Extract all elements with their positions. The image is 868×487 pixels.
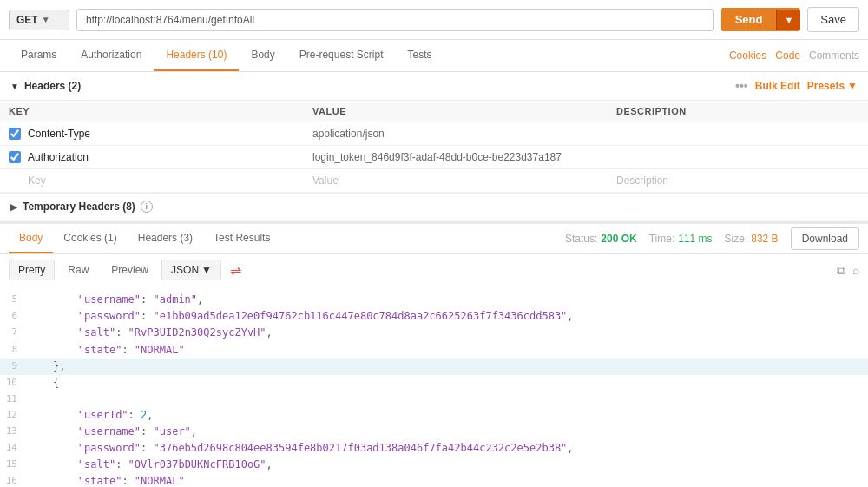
- temp-headers-title: Temporary Headers (8): [23, 201, 135, 213]
- row2-key: Authorization: [28, 151, 89, 163]
- method-label: GET: [16, 14, 38, 26]
- json-dropdown-chevron-icon: ▼: [201, 264, 212, 276]
- request-tabs: Params Authorization Headers (10) Body P…: [0, 40, 868, 72]
- row2-description: [608, 146, 825, 169]
- response-code-area: 5 "username": "admin", 6 "password": "e1…: [0, 286, 868, 487]
- table-row: Authorization login_token_846d9f3f-adaf-…: [0, 146, 868, 169]
- bulk-edit-button[interactable]: Bulk Edit: [755, 80, 800, 92]
- code-line: 6 "password": "e1bb09ad5dea12e0f94762cb1…: [0, 308, 868, 325]
- row2-actions: [825, 146, 868, 169]
- empty-row-actions: [825, 169, 868, 193]
- presets-chevron-icon: ▼: [847, 80, 858, 92]
- col-header-description: DESCRIPTION: [608, 101, 825, 122]
- headers-section: ▼ Headers (2) ••• Bulk Edit Presets ▼ KE…: [0, 72, 868, 220]
- table-row-empty: Key Value Description: [0, 169, 868, 193]
- col-header-actions: [825, 101, 868, 122]
- format-raw-button[interactable]: Raw: [58, 260, 98, 280]
- row1-value: application/json: [312, 128, 385, 140]
- right-links: Cookies Code Comments: [729, 49, 859, 62]
- tab-params[interactable]: Params: [9, 40, 69, 71]
- comments-link[interactable]: Comments: [809, 49, 859, 62]
- wrap-icon[interactable]: ⇌: [230, 262, 241, 279]
- col-header-key: KEY: [0, 101, 304, 122]
- tab-tests[interactable]: Tests: [395, 40, 444, 71]
- tab-authorization[interactable]: Authorization: [69, 40, 154, 71]
- presets-button[interactable]: Presets ▼: [807, 80, 858, 92]
- row1-description: [608, 122, 825, 146]
- response-section: Body Cookies (1) Headers (3) Test Result…: [0, 221, 868, 487]
- size-value: 832 B: [751, 233, 778, 245]
- col-header-value: VALUE: [304, 101, 608, 122]
- row1-actions: [825, 122, 868, 146]
- tab-body[interactable]: Body: [239, 40, 286, 71]
- format-pretty-button[interactable]: Pretty: [9, 260, 55, 280]
- code-line: 10 {: [0, 375, 868, 392]
- code-line: 15 "salt": "OVlr037bDUKNcFRB10oG",: [0, 457, 868, 473]
- code-line: 14 "password": "376eb5d2698c804ee83594fe…: [0, 440, 868, 457]
- info-icon[interactable]: i: [141, 201, 153, 213]
- code-line: 5 "username": "admin",: [0, 292, 868, 308]
- headers-actions: ••• Bulk Edit Presets ▼: [735, 79, 858, 93]
- send-button[interactable]: Send: [721, 8, 777, 31]
- format-json-dropdown[interactable]: JSON ▼: [161, 260, 221, 280]
- top-bar: GET ▼ Send ▼ Save: [0, 0, 868, 40]
- download-button[interactable]: Download: [791, 227, 859, 250]
- response-tab-body[interactable]: Body: [9, 224, 53, 253]
- code-line: 13 "username": "user",: [0, 424, 868, 440]
- status-value: 200 OK: [601, 233, 636, 245]
- search-icon[interactable]: ⌕: [852, 263, 859, 278]
- code-line: 11: [0, 392, 868, 407]
- save-button[interactable]: Save: [807, 7, 859, 32]
- table-row: Content-Type application/json: [0, 122, 868, 146]
- copy-icon[interactable]: ⧉: [837, 263, 845, 278]
- headers-table: KEY VALUE DESCRIPTION Content-Type appli…: [0, 101, 868, 193]
- row1-key: Content-Type: [28, 128, 90, 140]
- method-chevron-icon: ▼: [42, 15, 50, 24]
- empty-value-placeholder: Value: [312, 174, 339, 187]
- row2-checkbox[interactable]: [9, 151, 21, 163]
- response-tab-cookies[interactable]: Cookies (1): [53, 224, 127, 253]
- temporary-headers-section[interactable]: ▶ Temporary Headers (8) i: [0, 193, 868, 220]
- size-label: Size:: [725, 233, 748, 245]
- empty-desc-placeholder: Description: [616, 174, 668, 187]
- headers-section-header: ▼ Headers (2) ••• Bulk Edit Presets ▼: [0, 72, 868, 101]
- response-tabs: Body Cookies (1) Headers (3) Test Result…: [0, 224, 868, 254]
- tab-pre-request[interactable]: Pre-request Script: [287, 40, 396, 71]
- method-dropdown[interactable]: GET ▼: [9, 10, 69, 30]
- response-tab-test-results[interactable]: Test Results: [203, 224, 280, 253]
- url-input[interactable]: [76, 9, 714, 31]
- response-meta: Status: 200 OK Time: 111 ms Size: 832 B …: [565, 227, 859, 250]
- more-options-icon[interactable]: •••: [735, 79, 748, 93]
- status-label: Status:: [565, 233, 597, 245]
- code-line: 8 "state": "NORMAL": [0, 342, 868, 359]
- row2-value: login_token_846d9f3f-adaf-48dd-b0ce-be22…: [312, 151, 562, 163]
- row1-checkbox[interactable]: [9, 128, 21, 140]
- headers-section-title: Headers (2): [24, 80, 81, 92]
- code-line: 12 "userId": 2,: [0, 407, 868, 424]
- code-line: 16 "state": "NORMAL": [0, 473, 868, 487]
- time-value: 111 ms: [678, 233, 712, 245]
- headers-toggle-icon[interactable]: ▼: [10, 82, 19, 91]
- empty-key-placeholder: Key: [28, 174, 46, 187]
- code-link[interactable]: Code: [775, 49, 800, 62]
- code-line: 7 "salt": "RvP3UID2n30Q2sycZYvH",: [0, 325, 868, 341]
- format-preview-button[interactable]: Preview: [102, 260, 158, 280]
- response-tab-headers[interactable]: Headers (3): [128, 224, 203, 253]
- temp-headers-toggle-icon: ▶: [10, 202, 17, 212]
- format-right-actions: ⧉ ⌕: [837, 263, 859, 278]
- send-button-group: Send ▼: [721, 8, 801, 31]
- time-label: Time:: [649, 233, 675, 245]
- format-bar: Pretty Raw Preview JSON ▼ ⇌ ⧉ ⌕: [0, 254, 868, 286]
- tab-headers[interactable]: Headers (10): [154, 40, 239, 71]
- cookies-link[interactable]: Cookies: [729, 49, 766, 62]
- send-dropdown-button[interactable]: ▼: [776, 10, 800, 30]
- code-line-selected: 9 },: [0, 359, 868, 375]
